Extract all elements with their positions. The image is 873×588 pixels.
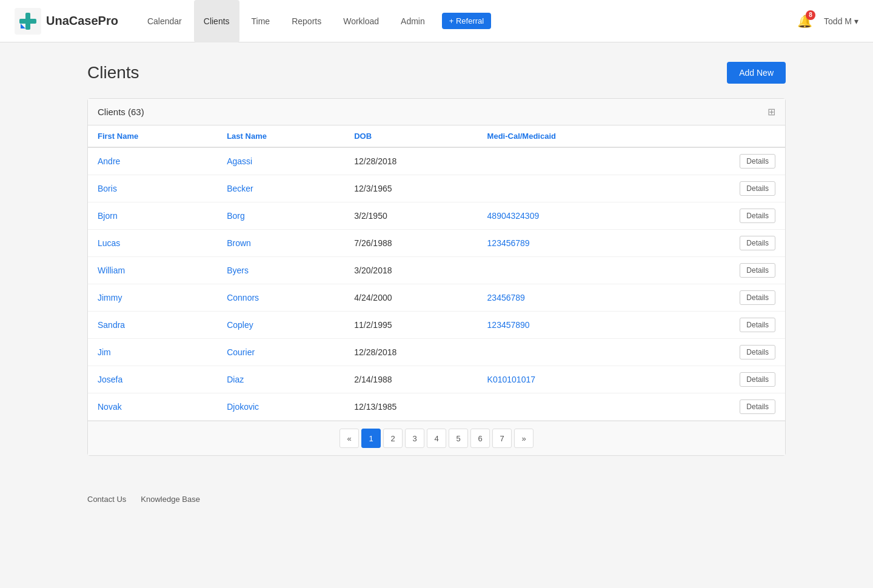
- col-first-name[interactable]: First Name: [88, 125, 217, 147]
- cell-dob: 12/28/2018: [344, 147, 477, 175]
- details-button[interactable]: Details: [740, 290, 775, 305]
- cell-first-name: Bjorn: [88, 202, 217, 230]
- medicaid-link[interactable]: 123457890: [487, 320, 530, 330]
- details-button[interactable]: Details: [740, 372, 775, 387]
- pagination-next[interactable]: »: [514, 429, 534, 448]
- cell-medicaid: K010101017: [478, 366, 667, 393]
- brand-logo-link[interactable]: UnaCasePro: [15, 8, 118, 35]
- details-button[interactable]: Details: [740, 263, 775, 278]
- cell-details: Details: [667, 312, 785, 339]
- cell-last-name: Diaz: [217, 366, 344, 393]
- cell-last-name: Copley: [217, 312, 344, 339]
- cell-details: Details: [667, 393, 785, 421]
- medicaid-link[interactable]: K010101017: [487, 375, 535, 384]
- cell-details: Details: [667, 147, 785, 175]
- cell-medicaid: [478, 257, 667, 284]
- nav-workload[interactable]: Workload: [333, 0, 389, 42]
- first-name-link[interactable]: Josefa: [98, 375, 122, 384]
- pagination-prev[interactable]: «: [340, 429, 359, 448]
- add-new-button[interactable]: Add New: [727, 62, 786, 84]
- first-name-link[interactable]: Sandra: [98, 320, 125, 330]
- first-name-link[interactable]: Novak: [98, 402, 122, 412]
- last-name-link[interactable]: Becker: [227, 184, 253, 193]
- cell-last-name: Becker: [217, 175, 344, 202]
- nav-calendar[interactable]: Calendar: [138, 0, 192, 42]
- col-dob[interactable]: DOB: [344, 125, 477, 147]
- cell-first-name: Jim: [88, 339, 217, 366]
- notification-bell[interactable]: 🔔 8: [795, 12, 814, 31]
- pagination-page-1[interactable]: 1: [361, 429, 381, 448]
- cell-dob: 3/2/1950: [344, 202, 477, 230]
- cell-medicaid: 48904324309: [478, 202, 667, 230]
- nav-time[interactable]: Time: [242, 0, 280, 42]
- cell-medicaid: 23456789: [478, 284, 667, 312]
- last-name-link[interactable]: Byers: [227, 266, 249, 275]
- medicaid-link[interactable]: 123456789: [487, 238, 530, 248]
- last-name-link[interactable]: Djokovic: [227, 402, 259, 412]
- first-name-link[interactable]: Andre: [98, 156, 120, 166]
- first-name-link[interactable]: Jim: [98, 347, 111, 357]
- last-name-link[interactable]: Courier: [227, 347, 255, 357]
- last-name-link[interactable]: Borg: [227, 211, 245, 221]
- first-name-link[interactable]: Bjorn: [98, 211, 118, 221]
- pagination-page-5[interactable]: 5: [449, 429, 468, 448]
- last-name-link[interactable]: Diaz: [227, 375, 244, 384]
- last-name-link[interactable]: Copley: [227, 320, 253, 330]
- first-name-link[interactable]: William: [98, 266, 125, 275]
- table-row: William Byers 3/20/2018 Details: [88, 257, 785, 284]
- nav-clients[interactable]: Clients: [194, 0, 239, 42]
- details-button[interactable]: Details: [740, 236, 775, 250]
- details-button[interactable]: Details: [740, 399, 775, 414]
- nav-admin[interactable]: Admin: [391, 0, 435, 42]
- cell-first-name: Josefa: [88, 366, 217, 393]
- table-row: Novak Djokovic 12/13/1985 Details: [88, 393, 785, 421]
- navbar: UnaCasePro Calendar Clients Time Reports…: [0, 0, 873, 42]
- table-row: Boris Becker 12/3/1965 Details: [88, 175, 785, 202]
- cell-dob: 2/14/1988: [344, 366, 477, 393]
- pagination-page-3[interactable]: 3: [405, 429, 424, 448]
- filter-icon[interactable]: ⊞: [768, 106, 775, 118]
- referral-button[interactable]: + Referral: [442, 13, 491, 29]
- clients-table: First Name Last Name DOB Medi-Cal/Medica…: [88, 125, 785, 421]
- brand-logo-icon: [15, 8, 41, 35]
- col-last-name[interactable]: Last Name: [217, 125, 344, 147]
- cell-details: Details: [667, 339, 785, 366]
- last-name-link[interactable]: Agassi: [227, 156, 252, 166]
- footer-knowledge-base[interactable]: Knowledge Base: [141, 495, 200, 504]
- first-name-link[interactable]: Jimmy: [98, 293, 122, 302]
- table-card-header: Clients (63) ⊞: [88, 99, 785, 125]
- first-name-link[interactable]: Lucas: [98, 238, 120, 248]
- cell-first-name: William: [88, 257, 217, 284]
- cell-medicaid: 123456789: [478, 230, 667, 257]
- pagination-page-2[interactable]: 2: [383, 429, 403, 448]
- table-head: First Name Last Name DOB Medi-Cal/Medica…: [88, 125, 785, 147]
- details-button[interactable]: Details: [740, 318, 775, 332]
- cell-medicaid: 123457890: [478, 312, 667, 339]
- notification-badge: 8: [806, 10, 815, 20]
- cell-details: Details: [667, 230, 785, 257]
- details-button[interactable]: Details: [740, 181, 775, 196]
- medicaid-link[interactable]: 23456789: [487, 293, 525, 302]
- cell-last-name: Byers: [217, 257, 344, 284]
- col-medicaid[interactable]: Medi-Cal/Medicaid: [478, 125, 667, 147]
- user-menu[interactable]: Todd M ▾: [824, 16, 858, 26]
- brand-name-text: UnaCasePro: [46, 14, 118, 28]
- details-button[interactable]: Details: [740, 154, 775, 169]
- cell-last-name: Agassi: [217, 147, 344, 175]
- last-name-link[interactable]: Connors: [227, 293, 259, 302]
- cell-dob: 12/13/1985: [344, 393, 477, 421]
- details-button[interactable]: Details: [740, 345, 775, 359]
- cell-dob: 11/2/1995: [344, 312, 477, 339]
- table-row: Jim Courier 12/28/2018 Details: [88, 339, 785, 366]
- medicaid-link[interactable]: 48904324309: [487, 211, 540, 221]
- details-button[interactable]: Details: [740, 209, 775, 223]
- cell-first-name: Jimmy: [88, 284, 217, 312]
- pagination-page-6[interactable]: 6: [470, 429, 490, 448]
- footer-contact-us[interactable]: Contact Us: [87, 495, 126, 504]
- nav-reports[interactable]: Reports: [282, 0, 331, 42]
- pagination-page-4[interactable]: 4: [427, 429, 446, 448]
- last-name-link[interactable]: Brown: [227, 238, 251, 248]
- first-name-link[interactable]: Boris: [98, 184, 117, 193]
- cell-medicaid: [478, 175, 667, 202]
- pagination-page-7[interactable]: 7: [492, 429, 512, 448]
